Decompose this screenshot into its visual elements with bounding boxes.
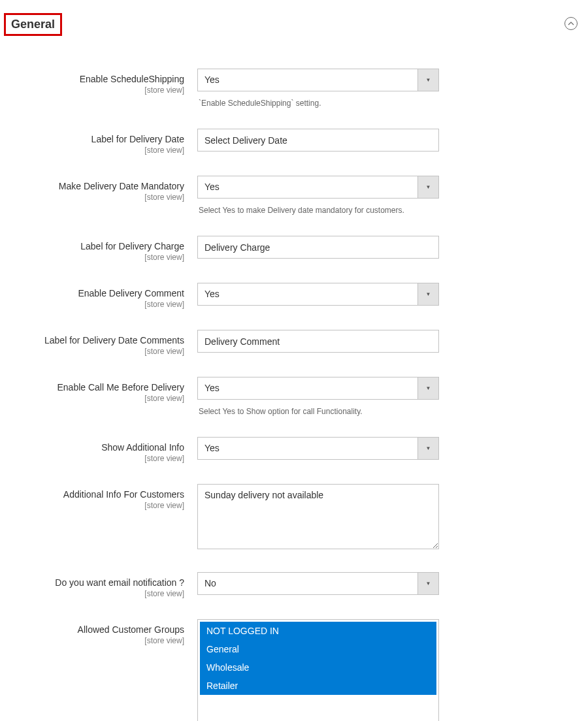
scope-label: [store view] <box>8 636 184 645</box>
chevron-down-icon: ▼ <box>417 283 438 305</box>
scope-label: [store view] <box>8 501 184 510</box>
enable-schedule-label: Enable ScheduleShipping <box>8 74 184 84</box>
scope-label: [store view] <box>8 253 184 262</box>
enable-call-help: Select Yes to Show option for call Funct… <box>197 407 363 416</box>
enable-schedule-help: `Enable ScheduleShipping` setting. <box>197 99 321 108</box>
scope-label: [store view] <box>8 394 184 403</box>
enable-comment-label: Enable Delivery Comment <box>8 288 184 298</box>
allowed-groups-label: Allowed Customer Groups <box>8 624 184 635</box>
chevron-down-icon: ▼ <box>417 573 438 594</box>
label-date-comments-label: Label for Delivery Date Comments <box>8 335 184 345</box>
scope-label: [store view] <box>8 86 184 95</box>
make-mandatory-label: Make Delivery Date Mandatory <box>8 181 184 191</box>
scope-label: [store view] <box>8 454 184 463</box>
enable-call-select[interactable]: Yes ▼ <box>197 377 439 400</box>
label-delivery-date-label: Label for Delivery Date <box>8 134 184 144</box>
chevron-down-icon: ▼ <box>417 176 438 198</box>
additional-info-textarea[interactable] <box>197 484 439 549</box>
list-item[interactable]: NOT LOGGED IN <box>200 622 436 640</box>
label-delivery-charge-label: Label for Delivery Charge <box>8 241 184 251</box>
list-item[interactable]: Wholesale <box>200 658 436 677</box>
section-title: General <box>4 13 62 36</box>
chevron-down-icon: ▼ <box>417 438 438 459</box>
email-notification-label: Do you want email notification ? <box>8 577 184 588</box>
additional-info-label: Additional Info For Customers <box>8 489 184 500</box>
label-delivery-charge-input[interactable] <box>197 236 439 259</box>
enable-call-label: Enable Call Me Before Delivery <box>8 382 184 393</box>
allowed-groups-multiselect[interactable]: NOT LOGGED IN General Wholesale Retailer <box>197 619 439 721</box>
scope-label: [store view] <box>8 589 184 598</box>
scope-label: [store view] <box>8 193 184 202</box>
enable-schedule-select[interactable]: Yes ▼ <box>197 69 439 91</box>
label-delivery-date-input[interactable] <box>197 129 439 152</box>
chevron-down-icon: ▼ <box>417 69 438 91</box>
show-additional-label: Show Additional Info <box>8 442 184 453</box>
scope-label: [store view] <box>8 146 184 155</box>
chevron-down-icon: ▼ <box>417 377 438 399</box>
make-mandatory-select[interactable]: Yes ▼ <box>197 176 439 199</box>
label-date-comments-input[interactable] <box>197 330 439 353</box>
list-item[interactable]: Retailer <box>200 677 436 695</box>
show-additional-select[interactable]: Yes ▼ <box>197 437 439 460</box>
email-notification-select[interactable]: No ▼ <box>197 572 439 595</box>
list-item[interactable]: General <box>200 640 436 658</box>
scope-label: [store view] <box>8 347 184 356</box>
enable-comment-select[interactable]: Yes ▼ <box>197 283 439 306</box>
make-mandatory-help: Select Yes to make Delivery date mandato… <box>197 206 404 215</box>
collapse-icon[interactable] <box>564 17 578 30</box>
scope-label: [store view] <box>8 300 184 309</box>
